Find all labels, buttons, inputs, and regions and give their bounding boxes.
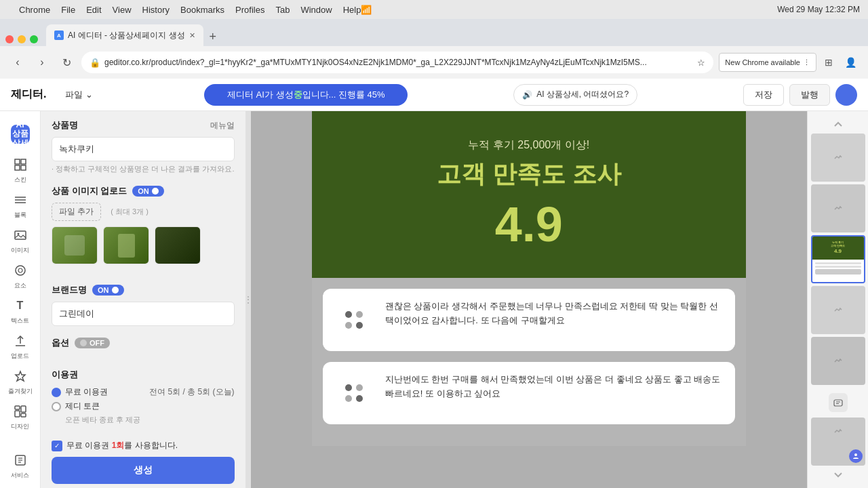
sidebar-item-ai[interactable]: AI상품상세 — [4, 117, 37, 152]
mac-menu-file[interactable]: File — [61, 5, 75, 15]
new-chrome-text: New Chrome available — [725, 58, 800, 66]
browser-tab[interactable]: A AI 에디터 - 상품상세페이지 생성 ✕ — [46, 24, 203, 46]
sidebar-item-skin[interactable]: 스킨 — [4, 152, 37, 187]
canvas-inner: 누적 후기 25,000개 이상! 고객 만족도 조사 4.9 — [312, 111, 746, 446]
sidebar-item-block[interactable]: 블록 — [4, 187, 37, 222]
mac-menu-history[interactable]: History — [142, 5, 170, 15]
sidebar-item-upload[interactable]: 업로드 — [4, 328, 37, 363]
mac-menu-view[interactable]: View — [113, 5, 132, 15]
svg-rect-7 — [15, 231, 26, 239]
options-label: 옵션 — [52, 337, 69, 349]
image-toggle[interactable]: ON — [132, 186, 164, 197]
token-hint: 오픈 베타 종료 후 제공 — [52, 415, 235, 425]
thumb-card-4[interactable] — [811, 286, 865, 334]
bookmark-icon[interactable]: ☆ — [697, 58, 705, 68]
wifi-icon: 📶 — [361, 5, 372, 15]
profile-btn-browser[interactable]: 👤 — [841, 53, 860, 72]
options-section: 옵션 OFF — [52, 337, 235, 349]
sidebar-item-design[interactable]: 디자인 — [4, 399, 37, 434]
dot-4 — [356, 322, 363, 329]
mac-menu-profiles[interactable]: Profiles — [235, 5, 264, 15]
svg-point-9 — [16, 266, 25, 275]
thumb-card-1[interactable] — [811, 134, 865, 182]
mac-menu-window[interactable]: Window — [300, 5, 332, 15]
profile-avatar[interactable] — [835, 84, 857, 106]
svg-rect-1 — [21, 159, 26, 164]
progress-highlight: 중 — [294, 89, 302, 101]
app-topbar: 제디터. 파일 ⌄ 제디터 AI가 생성중입니다... 진행률 45% 🔊 AI… — [0, 79, 868, 111]
file-label: 파일 — [65, 89, 83, 101]
options-toggle[interactable]: OFF — [75, 338, 110, 348]
back-btn[interactable]: ‹ — [8, 53, 27, 72]
mac-menu-edit[interactable]: Edit — [86, 5, 101, 15]
forward-btn[interactable]: › — [33, 53, 52, 72]
scroll-down-arrow[interactable] — [811, 468, 865, 483]
file-menu-btn[interactable]: 파일 ⌄ — [60, 86, 98, 104]
close-window-btn[interactable] — [5, 35, 14, 43]
right-panel: 누적 후기 고객 만족도 4.9 — [807, 111, 868, 488]
product-name-section: 상품명 메뉴얼 · 정확하고 구체적인 상품명은 더 나은 결과를 가져와요. — [52, 119, 235, 174]
radio-token[interactable] — [52, 402, 61, 411]
image-upload-section: 상품 이미지 업로드 ON 파일 추가 ( 최대 3개 ) — [52, 185, 235, 264]
design-label: 디자인 — [11, 422, 29, 431]
thumb-1[interactable] — [52, 226, 98, 264]
save-btn[interactable]: 저장 — [743, 84, 784, 106]
image-toggle-label: ON — [138, 187, 149, 195]
file-chevron-icon: ⌄ — [85, 89, 93, 100]
usage-section: 이용권 무료 이용권 전여 5회 / 총 5회 (오늘) 제디 토큰 오픈 베타… — [52, 369, 235, 433]
branding-section: 브랜드명 ON — [52, 284, 235, 326]
branding-toggle[interactable]: ON — [92, 285, 124, 296]
usage-checkbox-row: ✓ 무료 이용권 1회를 사용합니다. — [52, 440, 235, 451]
image-toggle-dot — [152, 188, 159, 195]
sidebar-item-text[interactable]: T 텍스트 — [4, 293, 37, 328]
minimize-window-btn[interactable] — [18, 35, 26, 43]
thumb-3[interactable] — [155, 226, 201, 264]
edit-icon-btn[interactable] — [829, 393, 848, 412]
service-label: 서비스 — [11, 471, 29, 480]
product-name-input[interactable] — [52, 137, 235, 161]
sidebar-item-service[interactable]: 서비스 — [4, 447, 37, 483]
address-bar[interactable]: 🔒 geditor.co.kr/product/index?_gl=1*hyyK… — [81, 52, 713, 73]
macos-bar: Chrome File Edit View History Bookmarks … — [0, 0, 868, 19]
element-label: 요소 — [14, 281, 26, 290]
thumb-card-2[interactable] — [811, 184, 865, 232]
element-icon — [11, 261, 30, 280]
mac-menu-bookmarks[interactable]: Bookmarks — [180, 5, 224, 15]
sidebar-item-image[interactable]: 이미지 — [4, 222, 37, 258]
product-name-hint: · 정확하고 구체적인 상품명은 더 나은 결과를 가져와요. — [52, 164, 235, 174]
thumb-card-6[interactable] — [811, 418, 865, 466]
usage-checkbox[interactable]: ✓ — [52, 441, 62, 451]
ai-help-btn[interactable]: 🔊 AI 상품상세, 어떠셨어요? — [513, 84, 637, 106]
new-chrome-more[interactable]: ⋮ — [803, 58, 810, 67]
generate-btn[interactable]: 생성 — [52, 457, 235, 484]
sidebar-item-element[interactable]: 요소 — [4, 258, 37, 293]
publish-btn[interactable]: 발행 — [789, 84, 830, 106]
tab-close-btn[interactable]: ✕ — [189, 31, 195, 40]
usage-option-token[interactable]: 제디 토큰 — [52, 401, 235, 412]
new-tab-btn[interactable]: + — [203, 27, 222, 46]
branding-input[interactable] — [52, 302, 235, 326]
thumb-2[interactable] — [103, 226, 149, 264]
file-add-btn[interactable]: 파일 추가 — [52, 203, 101, 221]
mac-menu-chrome[interactable]: Chrome — [19, 5, 50, 15]
dot-1 — [345, 311, 352, 318]
thumb-card-3[interactable]: 누적 후기 고객 만족도 4.9 — [811, 235, 865, 283]
manual-link[interactable]: 메뉴얼 — [210, 120, 235, 131]
scroll-up-arrow[interactable] — [811, 117, 865, 131]
hero-title: 고객 만족도 조사 — [332, 158, 726, 191]
radio-free[interactable] — [52, 388, 61, 397]
reload-btn[interactable]: ↻ — [57, 53, 76, 72]
mac-menu-help[interactable]: Help — [343, 5, 361, 15]
sidebar-item-favorites[interactable]: 즐겨찾기 — [4, 363, 37, 399]
block-label: 블록 — [14, 211, 26, 220]
extensions-btn[interactable]: ⊞ — [819, 53, 838, 72]
resize-handle[interactable] — [245, 111, 251, 488]
thumb-card-5[interactable] — [811, 337, 865, 385]
maximize-window-btn[interactable] — [30, 35, 38, 43]
usage-option-free[interactable]: 무료 이용권 전여 5회 / 총 5회 (오늘) — [52, 386, 235, 398]
new-chrome-banner[interactable]: New Chrome available ⋮ — [719, 53, 816, 72]
mac-menu-tab[interactable]: Tab — [275, 5, 290, 15]
nav-right-icons: New Chrome available ⋮ ⊞ 👤 — [719, 53, 860, 72]
upload-label: 업로드 — [11, 352, 29, 361]
dot-8 — [356, 395, 363, 402]
